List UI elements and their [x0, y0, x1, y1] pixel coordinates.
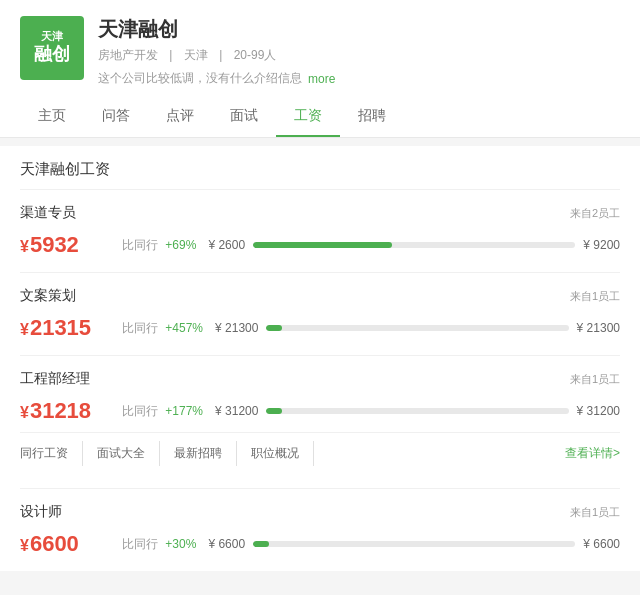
salary-item-3: 设计师 来自1员工 ¥6600 比同行 +30% ¥ 6600 ¥ 6600 [20, 489, 620, 571]
range-container-2: ¥ 31200 ¥ 31200 [215, 404, 620, 418]
range-max-0: ¥ 9200 [583, 238, 620, 252]
salary-item-1: 文案策划 来自1员工 ¥21315 比同行 +457% ¥ 21300 ¥ 21… [20, 273, 620, 356]
salary-item-0: 渠道专员 来自2员工 ¥5932 比同行 +69% ¥ 2600 ¥ 9200 [20, 190, 620, 273]
tab-home[interactable]: 主页 [20, 97, 84, 137]
source-label-2: 来自1员工 [570, 372, 620, 387]
compare-pct-1: 比同行 +457% [122, 320, 203, 337]
nav-tabs: 主页 问答 点评 面试 工资 招聘 [20, 97, 620, 137]
company-description: 这个公司比较低调，没有什么介绍信息 more [98, 70, 620, 87]
job-title-0[interactable]: 渠道专员 [20, 204, 76, 222]
range-bar-2 [266, 408, 568, 414]
job-title-1[interactable]: 文案策划 [20, 287, 76, 305]
main-content: 天津融创工资 渠道专员 来自2员工 ¥5932 比同行 +69% ¥ 2600 … [0, 146, 640, 571]
avg-salary-1: ¥21315 [20, 315, 110, 341]
range-max-3: ¥ 6600 [583, 537, 620, 551]
company-name: 天津融创 [98, 16, 620, 43]
footer-link-peer-salary[interactable]: 同行工资 [20, 441, 83, 466]
footer-links-row: 同行工资 面试大全 最新招聘 职位概况 查看详情> [20, 432, 620, 474]
source-label-1: 来自1员工 [570, 289, 620, 304]
range-max-2: ¥ 31200 [577, 404, 620, 418]
size-label: 20-99人 [234, 48, 277, 62]
avg-salary-0: ¥5932 [20, 232, 110, 258]
source-label-3: 来自1员工 [570, 505, 620, 520]
job-title-3[interactable]: 设计师 [20, 503, 62, 521]
range-bar-0 [253, 242, 575, 248]
section-title: 天津融创工资 [20, 146, 620, 190]
job-title-2[interactable]: 工程部经理 [20, 370, 90, 388]
separator1: | [169, 48, 172, 62]
company-details: 天津融创 房地产开发 | 天津 | 20-99人 这个公司比较低调，没有什么介绍… [98, 16, 620, 87]
company-logo: 天津 融创 [20, 16, 84, 80]
footer-link-position[interactable]: 职位概况 [237, 441, 314, 466]
range-min-1: ¥ 21300 [215, 321, 258, 335]
salary-row-mid-2: ¥31218 比同行 +177% ¥ 31200 ¥ 31200 [20, 398, 620, 424]
tab-salary[interactable]: 工资 [276, 97, 340, 137]
tab-interview[interactable]: 面试 [212, 97, 276, 137]
range-fill-3 [253, 541, 269, 547]
compare-pct-0: 比同行 +69% [122, 237, 196, 254]
salary-item-2: 工程部经理 来自1员工 ¥31218 比同行 +177% ¥ 31200 ¥ 3… [20, 356, 620, 489]
range-container-3: ¥ 6600 ¥ 6600 [208, 537, 620, 551]
salary-row-mid-3: ¥6600 比同行 +30% ¥ 6600 ¥ 6600 [20, 531, 620, 557]
footer-link-recruit[interactable]: 最新招聘 [160, 441, 237, 466]
range-fill-2 [266, 408, 281, 414]
location-label: 天津 [184, 48, 208, 62]
logo-line1: 天津 [41, 30, 63, 42]
range-bar-1 [266, 325, 568, 331]
range-fill-1 [266, 325, 281, 331]
more-button[interactable]: more [308, 72, 335, 86]
range-container-0: ¥ 2600 ¥ 9200 [208, 238, 620, 252]
logo-line2: 融创 [34, 43, 70, 66]
salary-row-top-2: 工程部经理 来自1员工 [20, 370, 620, 388]
range-max-1: ¥ 21300 [577, 321, 620, 335]
desc-text: 这个公司比较低调，没有什么介绍信息 [98, 70, 302, 87]
range-container-1: ¥ 21300 ¥ 21300 [215, 321, 620, 335]
range-min-0: ¥ 2600 [208, 238, 245, 252]
salary-row-mid-1: ¥21315 比同行 +457% ¥ 21300 ¥ 21300 [20, 315, 620, 341]
company-info-row: 天津 融创 天津融创 房地产开发 | 天津 | 20-99人 这个公司比较低调，… [20, 16, 620, 87]
company-meta: 房地产开发 | 天津 | 20-99人 [98, 47, 620, 64]
company-header: 天津 融创 天津融创 房地产开发 | 天津 | 20-99人 这个公司比较低调，… [0, 0, 640, 138]
range-min-2: ¥ 31200 [215, 404, 258, 418]
footer-link-interview[interactable]: 面试大全 [83, 441, 160, 466]
salary-row-top-3: 设计师 来自1员工 [20, 503, 620, 521]
range-bar-3 [253, 541, 575, 547]
avg-salary-3: ¥6600 [20, 531, 110, 557]
salary-row-mid-0: ¥5932 比同行 +69% ¥ 2600 ¥ 9200 [20, 232, 620, 258]
detail-link[interactable]: 查看详情> [565, 445, 620, 462]
compare-pct-3: 比同行 +30% [122, 536, 196, 553]
industry-label: 房地产开发 [98, 48, 158, 62]
tab-recruit[interactable]: 招聘 [340, 97, 404, 137]
salary-row-top-0: 渠道专员 来自2员工 [20, 204, 620, 222]
tab-review[interactable]: 点评 [148, 97, 212, 137]
avg-salary-2: ¥31218 [20, 398, 110, 424]
salary-row-top-1: 文案策划 来自1员工 [20, 287, 620, 305]
source-label-0: 来自2员工 [570, 206, 620, 221]
separator2: | [219, 48, 222, 62]
compare-pct-2: 比同行 +177% [122, 403, 203, 420]
range-min-3: ¥ 6600 [208, 537, 245, 551]
tab-qa[interactable]: 问答 [84, 97, 148, 137]
range-fill-0 [253, 242, 392, 248]
